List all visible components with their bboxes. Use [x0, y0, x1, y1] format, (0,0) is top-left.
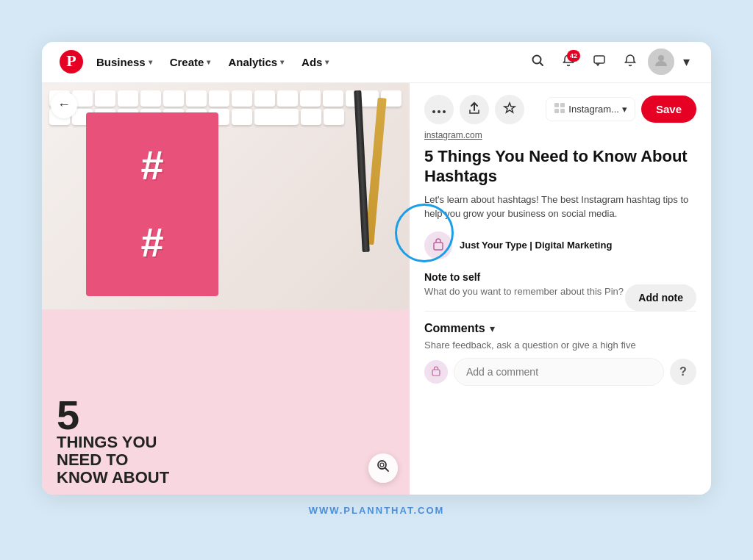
add-note-button[interactable]: Add note: [625, 284, 696, 311]
lens-button[interactable]: [368, 453, 398, 483]
add-note-label: Add note: [638, 292, 683, 304]
note-title: Note to self: [424, 271, 696, 283]
divider: [424, 311, 696, 312]
svg-line-3: [540, 62, 543, 65]
pin-bottom-line3: KNOW ABOUT: [57, 469, 169, 487]
back-button[interactable]: ←: [51, 92, 77, 118]
board-chevron-icon: ▾: [622, 104, 627, 115]
chevron-icon-analytics: ▾: [280, 58, 284, 66]
board-selector[interactable]: Instagram... ▾: [546, 97, 635, 121]
star-icon: [503, 101, 516, 118]
key-wider: [254, 109, 299, 125]
notifications-button[interactable]: 42: [555, 49, 582, 75]
back-icon: ←: [57, 97, 71, 112]
nav-label-create: Create: [170, 56, 204, 68]
alert-bell-icon: [624, 54, 637, 71]
lens-icon: [376, 459, 390, 477]
svg-rect-15: [560, 109, 565, 113]
svg-point-5: [658, 55, 664, 61]
nav-item-analytics[interactable]: Analytics ▾: [221, 50, 291, 74]
pin-bottom-text: 5 THINGS YOU NEED TO KNOW ABOUT: [57, 397, 169, 487]
avatar-button[interactable]: [648, 49, 674, 75]
nav-item-business[interactable]: Business ▾: [89, 50, 160, 74]
pin-image-bg: # # 5 THINGS YOU NEED TO KNOW ABOUT: [42, 83, 410, 495]
svg-point-7: [380, 463, 384, 467]
key: [232, 90, 252, 107]
key: [323, 90, 343, 107]
alerts-button[interactable]: [617, 49, 643, 75]
board-name: Instagram...: [568, 104, 619, 115]
share-icon: [468, 101, 481, 118]
nav-label-business: Business: [96, 56, 146, 68]
pin-description: Let's learn about hashtags! The best Ins…: [424, 193, 696, 221]
more-icon: [432, 103, 446, 116]
save-button[interactable]: Save: [641, 96, 696, 123]
nav-item-create[interactable]: Create ▾: [163, 50, 218, 74]
svg-line-8: [385, 468, 389, 472]
comments-title: Comments: [424, 322, 485, 335]
pin-title: 5 Things You Need to Know About Hashtags: [424, 146, 696, 187]
key: [232, 109, 252, 125]
key: [209, 90, 229, 107]
pink-hashtag-card: # #: [86, 112, 218, 296]
creator-row: Just Your Type | Digital Marketing: [424, 231, 696, 259]
svg-point-11: [443, 110, 446, 113]
hashtag-symbol-1: #: [140, 145, 163, 186]
nav-label-ads: Ads: [301, 56, 322, 68]
pinterest-logo: P: [60, 50, 83, 73]
main-content: ←: [42, 83, 711, 495]
pin-bottom-num: 5: [57, 392, 79, 438]
messages-button[interactable]: [586, 49, 613, 75]
svg-point-16: [428, 235, 449, 256]
chevron-icon-business: ▾: [149, 58, 152, 66]
creator-name[interactable]: Just Your Type | Digital Marketing: [460, 240, 612, 251]
message-icon: [593, 54, 606, 71]
svg-point-18: [428, 364, 444, 380]
account-chevron[interactable]: ▾: [679, 49, 693, 75]
search-button[interactable]: [524, 49, 551, 75]
nav-label-analytics: Analytics: [228, 56, 277, 68]
comments-placeholder: Share feedback, ask a question or give a…: [424, 340, 696, 351]
pin-actions-row: Instagram... ▾ Save: [424, 95, 696, 124]
comment-input-row: ?: [424, 358, 696, 386]
pin-image-top: # #: [42, 83, 410, 309]
search-icon: [531, 54, 544, 71]
nav-item-ads[interactable]: Ads ▾: [294, 50, 336, 74]
svg-rect-12: [554, 103, 559, 107]
pin-bottom-line2: NEED TO: [57, 451, 169, 469]
topnav: P Business ▾ Create ▾ Analytics ▾ Ads ▾: [42, 42, 711, 83]
comment-input[interactable]: [454, 358, 664, 386]
svg-text:P: P: [66, 51, 76, 70]
share-button[interactable]: [460, 95, 489, 124]
note-placeholder: What do you want to remember about this …: [424, 286, 624, 297]
help-icon: ?: [679, 365, 687, 378]
commenter-avatar: [424, 360, 448, 384]
pin-image-panel: # # 5 THINGS YOU NEED TO KNOW ABOUT: [42, 83, 410, 495]
chevron-icon-create: ▾: [207, 58, 210, 66]
key: [301, 109, 321, 125]
comments-chevron-icon[interactable]: ▾: [490, 323, 495, 334]
creator-icon: [424, 231, 452, 259]
account-chevron-icon: ▾: [683, 54, 690, 70]
chevron-icon-ads: ▾: [325, 58, 329, 66]
svg-rect-14: [554, 109, 559, 113]
more-options-button[interactable]: [424, 95, 454, 124]
note-section: Note to self What do you want to remembe…: [424, 271, 696, 298]
key: [95, 90, 115, 107]
svg-rect-13: [560, 103, 565, 107]
key: [324, 109, 344, 125]
key: [118, 90, 138, 107]
nav-right: 42: [524, 49, 693, 75]
key: [300, 90, 321, 107]
notification-badge: 42: [567, 50, 580, 62]
key: [163, 90, 184, 107]
help-button[interactable]: ?: [670, 359, 696, 385]
avatar-icon: [652, 51, 670, 72]
svg-point-9: [432, 110, 435, 113]
pin-source-url[interactable]: instagram.com: [424, 130, 696, 140]
star-button[interactable]: [495, 95, 524, 124]
hashtag-symbol-2: #: [140, 222, 163, 263]
key: [186, 90, 207, 107]
pin-bottom-line1: THINGS YOU: [57, 434, 169, 451]
creator-avatar: [424, 231, 452, 259]
